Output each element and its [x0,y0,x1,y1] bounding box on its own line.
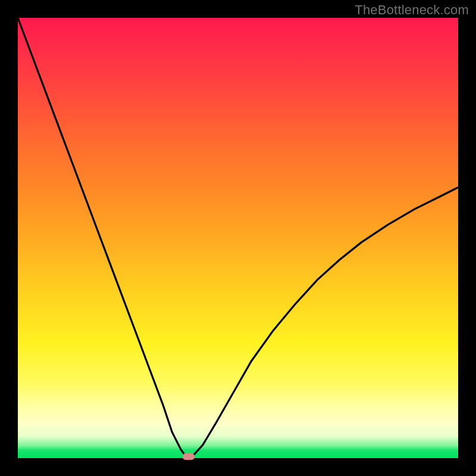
curve-svg [18,18,458,458]
bottleneck-curve-path [18,18,458,458]
minimum-marker [183,453,195,460]
plot-area [18,18,458,458]
outer-frame: TheBottleneck.com [0,0,476,476]
watermark-text: TheBottleneck.com [355,2,469,18]
